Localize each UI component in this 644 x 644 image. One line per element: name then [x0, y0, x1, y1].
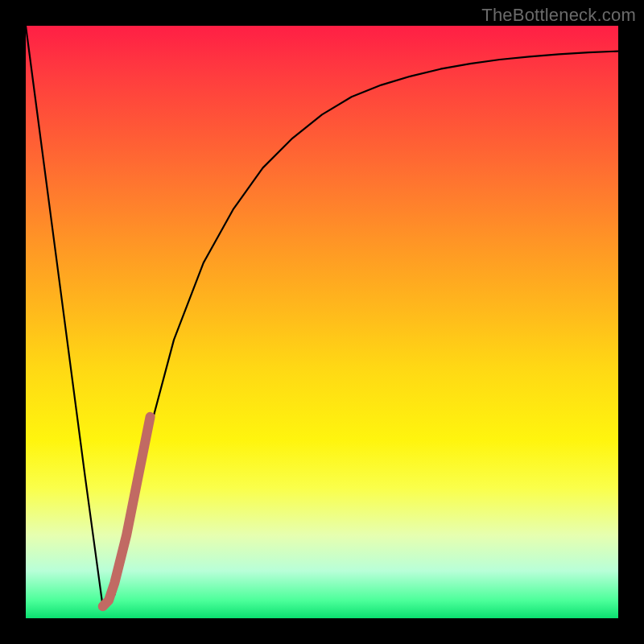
plot-area	[26, 26, 618, 618]
bottleneck-curve	[26, 26, 618, 606]
watermark-text: TheBottleneck.com	[481, 5, 636, 26]
chart-svg	[26, 26, 618, 618]
chart-frame: TheBottleneck.com	[0, 0, 644, 644]
recommended-range-marker	[103, 417, 151, 607]
